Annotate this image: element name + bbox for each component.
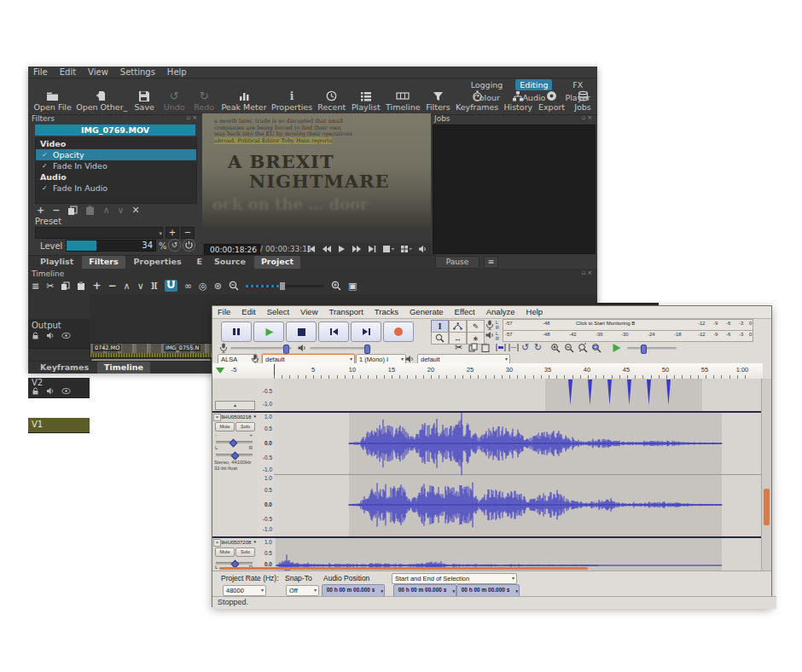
track2-waveform-area[interactable] [274,413,763,536]
zoom-in-button[interactable] [550,343,561,353]
record-volume-slider[interactable] [230,347,292,350]
volume-icon[interactable] [418,245,427,253]
menu-tracks[interactable]: Tracks [375,307,398,317]
play-icon[interactable] [338,245,346,253]
lock-icon[interactable] [32,387,39,395]
track3-name[interactable]: 9HU0507208 [221,540,251,545]
undo-button[interactable]: ↺ [521,342,529,353]
play-speed-slider[interactable] [627,347,677,350]
lock-icon[interactable] [32,332,39,339]
playlist-button[interactable]: Playlist [352,90,379,112]
tab-keyframes[interactable]: Keyframes [33,362,96,374]
trim-audio-button[interactable] [496,343,506,352]
track2-name[interactable]: 9HU0500218 [221,414,251,420]
track2-pan-slider[interactable] [216,454,253,456]
layout-colour[interactable]: Colour [467,92,508,103]
skip-previous-icon[interactable] [307,245,316,253]
track3-mute-button[interactable]: Mute [215,547,235,557]
menu-select[interactable]: Select [267,307,289,317]
undo-button[interactable]: ↺ Undo [163,91,185,112]
silence-audio-button[interactable] [509,343,519,352]
fast-forward-icon[interactable] [352,245,362,253]
zoom-out-button[interactable] [564,343,574,353]
copy-filters-icon[interactable] [67,206,78,216]
redo-button[interactable]: ↻ [534,342,542,353]
paste-button[interactable] [481,343,490,352]
track3-vertical-ruler[interactable]: 1.0 0.5 0.0 [257,538,275,571]
mute-speaker-icon[interactable] [46,387,55,395]
paste-icon[interactable] [77,281,85,291]
audacity-ruler[interactable]: -5 5 10 15 20 25 30 35 40 45 50 55 1:00 [212,363,763,379]
grid-menu-icon[interactable] [400,245,412,253]
tab-timeline[interactable]: Timeline [97,362,150,374]
jobs-list[interactable] [433,125,596,254]
track2-mute-button[interactable]: Mute [215,422,235,432]
hide-eye-icon[interactable] [61,387,71,395]
filter-item-fade-in-audio[interactable]: Fade In Audio [36,182,196,194]
scrub-while-dragging-icon[interactable]: ∞ [184,281,192,292]
ripple-icon[interactable]: ◎ [199,281,207,292]
cut-icon[interactable]: ✂ [46,281,54,292]
loop-menu-icon[interactable] [382,245,394,253]
peak-meter-button[interactable]: Peak Meter [223,90,264,112]
record-meter[interactable]: -57 -48 Click to Start Monitoring B -12 … [503,319,753,331]
rewind-icon[interactable] [322,245,332,253]
vertical-scrollbar-thumb[interactable] [764,489,770,525]
timeline-options-button[interactable] [216,368,224,378]
track-header-v2[interactable]: V2 [28,378,90,398]
draw-tool[interactable]: ✎ [467,320,485,333]
record-button[interactable] [383,322,414,342]
skip-to-end-button[interactable] [351,322,381,342]
layout-logging[interactable]: Logging [467,79,508,90]
menu-view[interactable]: View [300,307,317,317]
zoom-out-icon[interactable] [229,281,239,291]
track2-control-panel[interactable]: × 9HU0500218 ▾ Mute Solo - + L R Stereo,… [212,413,258,536]
add-filter-button[interactable]: + [37,205,44,216]
layout-player[interactable]: Player [561,92,595,103]
copy-icon[interactable] [61,281,70,291]
track1-vertical-ruler[interactable]: -0.5 -1.0 [257,379,275,411]
track-header-v1[interactable]: V1 [28,418,90,433]
track3-menu-caret[interactable]: ▾ [253,539,256,544]
stop-button[interactable] [286,322,317,342]
level-keyframe-button[interactable] [183,239,195,252]
play-at-speed-button[interactable] [612,343,622,353]
tab-playlist[interactable]: Playlist [33,256,80,269]
menu-settings[interactable]: Settings [120,67,155,77]
redo-button[interactable]: ↻ Redo [193,91,215,112]
menu-view[interactable]: View [88,67,108,77]
playback-volume-slider[interactable] [310,347,371,350]
zoom-tool[interactable] [431,332,449,345]
append-icon[interactable]: + [92,280,101,292]
split-icon[interactable]: ][ [151,281,158,290]
menu-file[interactable]: File [33,67,48,77]
audio-position-field[interactable]: 00 h 00 m 00.000 s [322,584,385,597]
overwrite-icon[interactable]: ∨ [137,281,144,292]
close-icon[interactable]: × [192,114,199,121]
snap-to-select[interactable]: Off [286,585,319,596]
playback-meter[interactable]: -57 -48 -42 -36 -30 -24 -18 -12 -9 -6 -3… [503,330,753,342]
selection-end-field[interactable]: 00 h 00 m 00.000 s [456,584,520,597]
track1-control-panel[interactable]: ▴ [212,379,258,411]
track2-vertical-ruler[interactable]: 1.0 0.5 0.0 -0.5 -1.0 1.0 0.5 0.0 -0.5 -… [257,413,275,536]
project-rate-select[interactable]: 48000 [223,585,266,596]
vertical-scrollbar[interactable] [761,379,771,571]
open-file-button[interactable]: Open File [35,90,70,112]
track3-waveform-area[interactable] [274,538,763,571]
menu-analyze[interactable]: Analyze [486,307,515,317]
track3-gain-slider[interactable] [216,562,253,565]
menu-help[interactable]: Help [167,67,187,77]
properties-button[interactable]: i Properties [273,91,311,112]
skip-to-start-button[interactable] [318,322,349,342]
jobs-pause-button[interactable]: Pause [435,256,479,269]
selection-start-field[interactable]: 00 h 00 m 00.000 s [393,584,456,597]
timeline-menu-icon[interactable]: ≡ [32,281,39,292]
level-slider[interactable]: 34 [66,240,156,252]
preset-save-button[interactable]: + [166,227,179,239]
menu-effect[interactable]: Effect [455,307,475,317]
menu-file[interactable]: File [218,307,230,317]
open-other-button[interactable]: Open Other_ [78,90,125,112]
timeline-zoom-slider[interactable] [246,285,324,287]
track2-gain-slider[interactable] [216,441,253,443]
skip-next-icon[interactable] [368,245,376,253]
